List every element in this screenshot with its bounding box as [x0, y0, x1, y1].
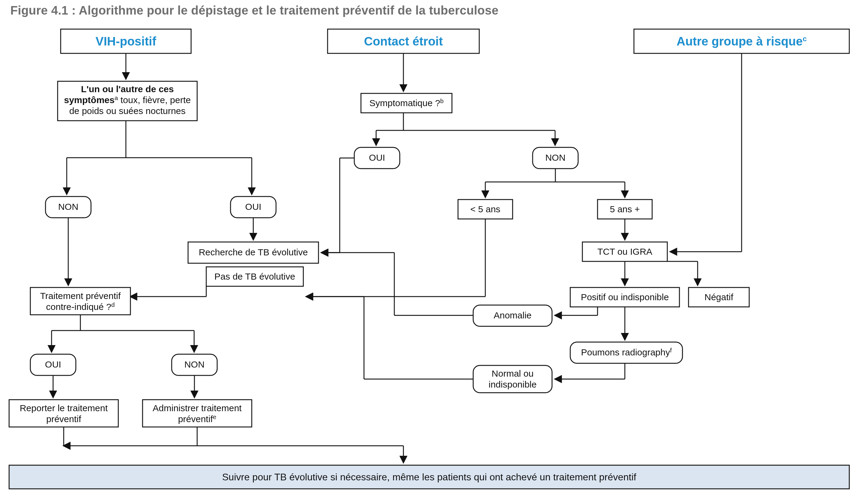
- tct-positive-box: Positif ou indisponible: [570, 288, 679, 307]
- entry-hiv: VIH-positif: [61, 29, 191, 54]
- svg-text:OUI: OUI: [369, 153, 385, 163]
- followup-box: Suivre pour TB évolutive si nécessaire, …: [9, 465, 849, 489]
- tct-igra-box: TCT ou IGRA: [582, 242, 667, 261]
- entry-contact: Contact étroit: [328, 29, 479, 54]
- svg-text:L'un ou l'autre de ces: L'un ou l'autre de ces: [81, 84, 174, 94]
- svg-text:5 ans +: 5 ans +: [610, 204, 640, 214]
- symptomatic-box: Symptomatique ?b: [361, 93, 452, 113]
- abnormal-box: Anomalie: [473, 305, 552, 326]
- hiv-oui: OUI: [230, 197, 276, 218]
- entry-other-risk: Autre groupe à risquec: [634, 29, 849, 54]
- svg-text:contre-indiqué ?d: contre-indiqué ?d: [46, 302, 115, 312]
- svg-text:TCT ou IGRA: TCT ou IGRA: [597, 246, 652, 257]
- contra-oui: OUI: [30, 354, 76, 376]
- tct-negative-box: Négatif: [689, 288, 749, 307]
- svg-text:préventif: préventif: [46, 414, 81, 424]
- svg-text:Traitement préventif: Traitement préventif: [40, 291, 121, 301]
- cxr-box: Poumons radiographyf: [570, 342, 682, 363]
- svg-text:NON: NON: [58, 202, 78, 212]
- svg-text:Poumons radiographyf: Poumons radiographyf: [581, 347, 672, 357]
- svg-text:NON: NON: [184, 360, 205, 369]
- svg-text:de poids ou suées nocturnes: de poids ou suées nocturnes: [69, 106, 186, 116]
- svg-text:Positif ou indisponible: Positif ou indisponible: [581, 292, 669, 302]
- svg-text:indisponible: indisponible: [489, 379, 537, 390]
- svg-text:Administrer traitement: Administrer traitement: [153, 403, 242, 413]
- flowchart-svg: VIH-positif Contact étroit Autre groupe …: [0, 0, 859, 504]
- svg-text:préventife: préventife: [178, 414, 216, 424]
- ge5-box: 5 ans +: [598, 200, 652, 219]
- contraindicated-box: Traitement préventif contre-indiqué ?d: [30, 288, 131, 315]
- svg-text:Recherche de TB évolutive: Recherche de TB évolutive: [199, 247, 308, 257]
- svg-text:OUI: OUI: [245, 202, 261, 212]
- svg-text:VIH-positif: VIH-positif: [95, 34, 156, 48]
- svg-text:symptômesa toux, fièvre, perte: symptômesa toux, fièvre, perte: [64, 95, 191, 105]
- lt5-box: < 5 ans: [458, 200, 513, 219]
- give-box: Administrer traitement préventife: [142, 400, 252, 427]
- hiv-symptoms-box: L'un ou l'autre de ces symptômesa toux, …: [58, 81, 197, 121]
- svg-text:< 5 ans: < 5 ans: [470, 204, 500, 214]
- contact-oui: OUI: [354, 147, 400, 169]
- investigate-tb-box: Recherche de TB évolutive: [188, 242, 318, 263]
- defer-box: Reporter le traitement préventif: [9, 400, 118, 427]
- svg-text:Normal ou: Normal ou: [492, 368, 533, 379]
- svg-text:Symptomatique ?b: Symptomatique ?b: [370, 98, 444, 108]
- hiv-non: NON: [45, 197, 91, 218]
- svg-text:Anomalie: Anomalie: [494, 310, 531, 320]
- svg-text:Autre groupe à risquec: Autre groupe à risquec: [677, 34, 807, 48]
- contra-non: NON: [172, 354, 217, 376]
- contact-non: NON: [533, 147, 578, 169]
- svg-text:Suivre pour TB évolutive si né: Suivre pour TB évolutive si nécessaire, …: [222, 472, 636, 483]
- svg-text:Pas de TB évolutive: Pas de TB évolutive: [214, 271, 295, 281]
- svg-text:NON: NON: [545, 153, 566, 163]
- svg-text:Négatif: Négatif: [704, 292, 734, 302]
- no-active-tb-box: Pas de TB évolutive: [206, 267, 303, 286]
- normal-box: Normal ou indisponible: [473, 365, 552, 393]
- svg-text:Reporter le traitement: Reporter le traitement: [20, 403, 108, 413]
- svg-text:OUI: OUI: [45, 360, 61, 369]
- svg-text:Contact étroit: Contact étroit: [364, 34, 443, 48]
